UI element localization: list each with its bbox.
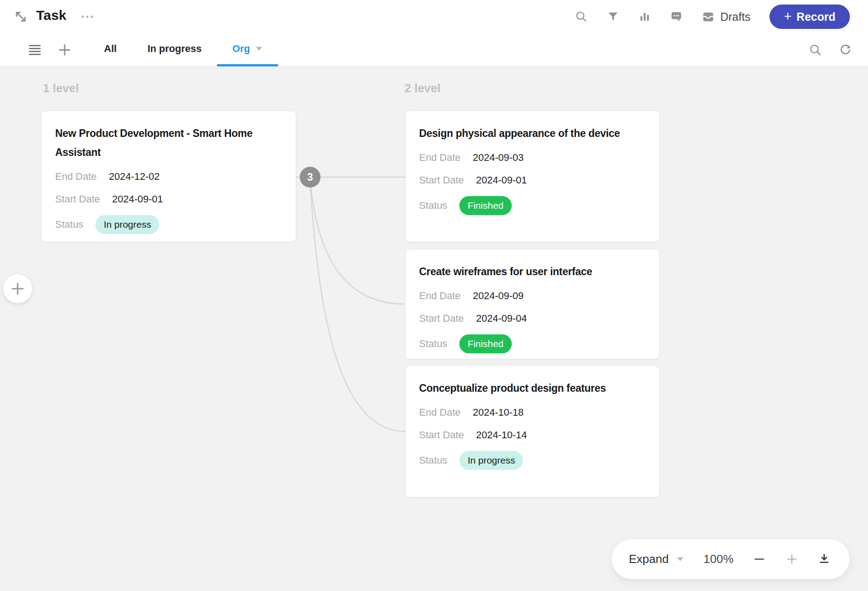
plus-icon xyxy=(785,553,798,566)
field-row: Start Date 2024-10-14 xyxy=(419,428,646,442)
expand-table-button[interactable] xyxy=(13,9,29,25)
card-title: Conceptualize product design features xyxy=(419,379,613,398)
add-view-button[interactable] xyxy=(57,42,72,57)
more-dots-icon xyxy=(80,14,95,19)
view-list-button[interactable] xyxy=(27,42,42,57)
view-tools xyxy=(809,33,852,66)
page-title: Task xyxy=(36,8,66,23)
search-button[interactable] xyxy=(575,10,588,23)
zoom-out-button[interactable] xyxy=(753,553,766,566)
download-button[interactable] xyxy=(818,553,830,565)
status-row: Status Finished xyxy=(419,334,646,353)
level-1-label: 1 level xyxy=(43,81,79,95)
refresh-button[interactable] xyxy=(839,43,852,57)
field-row: End Date 2024-12-02 xyxy=(55,170,282,183)
field-row: End Date 2024-09-03 xyxy=(419,151,646,164)
inbox-icon xyxy=(702,10,715,23)
plus-icon xyxy=(57,42,72,57)
filter-icon xyxy=(607,10,619,23)
stats-button[interactable] xyxy=(638,10,651,23)
expand-diagonal-icon xyxy=(13,9,28,24)
status-row: Status In progress xyxy=(55,215,282,234)
filter-button[interactable] xyxy=(607,10,619,23)
refresh-icon xyxy=(839,43,852,57)
plus-icon: + xyxy=(784,10,792,23)
comments-button[interactable] xyxy=(670,10,683,23)
view-search-button[interactable] xyxy=(809,43,822,57)
drafts-button[interactable]: Drafts xyxy=(702,10,750,23)
status-badge: Finished xyxy=(459,334,511,353)
minus-icon xyxy=(753,553,766,566)
task-card[interactable]: Create wireframes for user interface End… xyxy=(406,249,659,359)
search-icon xyxy=(809,43,822,57)
zoom-toolbar: Expand 100% xyxy=(611,539,850,579)
status-badge: Finished xyxy=(459,196,511,215)
expand-mode-select[interactable]: Expand xyxy=(629,552,684,566)
view-tabs: All In progress Org xyxy=(89,33,278,66)
field-row: Start Date 2024-09-01 xyxy=(55,192,282,206)
task-card[interactable]: New Product Development - Smart Home Ass… xyxy=(42,111,296,242)
status-row: Status Finished xyxy=(419,196,646,215)
field-row: End Date 2024-09-09 xyxy=(419,289,646,303)
download-icon xyxy=(818,553,830,565)
bar-chart-icon xyxy=(638,10,651,23)
field-row: Start Date 2024-09-01 xyxy=(419,174,646,187)
add-record-button[interactable]: + Record xyxy=(769,5,850,29)
tab-all[interactable]: All xyxy=(89,33,132,66)
table-more-menu-button[interactable] xyxy=(80,10,96,23)
zoom-level-value: 100% xyxy=(703,552,734,566)
field-row: End Date 2024-10-18 xyxy=(419,406,646,419)
level-2-label: 2 level xyxy=(405,81,441,95)
tab-org[interactable]: Org xyxy=(217,33,278,66)
header: Task xyxy=(0,0,868,33)
list-icon xyxy=(27,42,42,57)
chevron-down-icon xyxy=(676,556,684,562)
app-window: Task xyxy=(0,0,868,591)
view-tabbar: All In progress Org xyxy=(0,33,868,66)
comment-bubble-icon xyxy=(670,10,683,23)
status-badge: In progress xyxy=(459,451,523,470)
tab-in-progress[interactable]: In progress xyxy=(132,33,217,66)
task-card[interactable]: Design physical appearance of the device… xyxy=(406,111,659,242)
chevron-down-icon xyxy=(255,46,263,52)
add-node-button[interactable] xyxy=(3,274,32,303)
card-title: New Product Development - Smart Home Ass… xyxy=(55,124,261,162)
field-row: Start Date 2024-09-04 xyxy=(419,312,646,325)
org-chart-canvas[interactable]: 1 level 2 level New Product Development … xyxy=(0,66,868,591)
task-card[interactable]: Conceptualize product design features En… xyxy=(406,366,659,497)
header-actions: Drafts + Record xyxy=(575,0,850,33)
drafts-label: Drafts xyxy=(720,10,750,23)
plus-icon xyxy=(9,280,27,298)
status-badge: In progress xyxy=(95,215,159,234)
search-icon xyxy=(575,10,588,23)
zoom-in-button[interactable] xyxy=(785,553,798,566)
children-count-node[interactable]: 3 xyxy=(300,167,321,188)
status-row: Status In progress xyxy=(419,451,646,470)
card-title: Create wireframes for user interface xyxy=(419,262,646,281)
card-title: Design physical appearance of the device xyxy=(419,124,625,143)
